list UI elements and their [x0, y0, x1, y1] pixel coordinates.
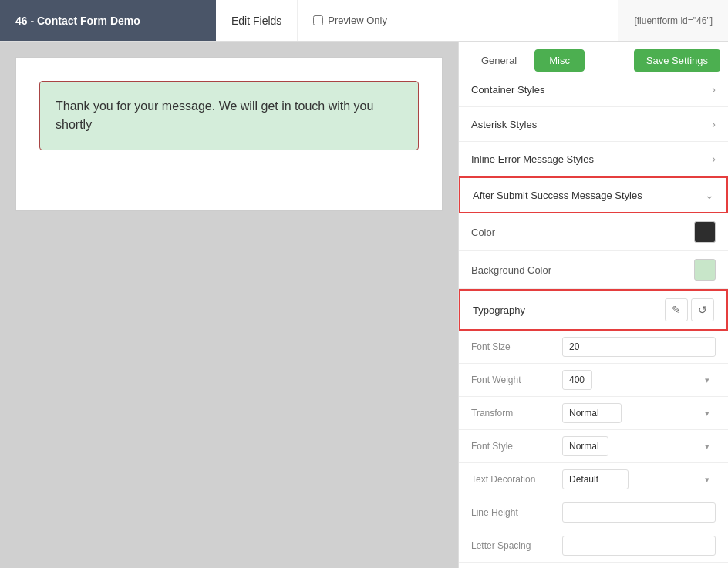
- asterisk-styles-row[interactable]: Asterisk Styles ›: [459, 107, 728, 142]
- inline-error-styles-chevron: ›: [712, 153, 716, 165]
- container-styles-label: Container Styles: [471, 84, 544, 96]
- preview-only-checkbox[interactable]: [313, 15, 323, 25]
- right-panel: General Misc Save Settings Container Sty…: [458, 42, 728, 568]
- transform-label: Transform: [471, 408, 556, 418]
- asterisk-styles-label: Asterisk Styles: [471, 119, 537, 130]
- panel-tabs: General Misc Save Settings: [459, 42, 728, 72]
- asterisk-styles-chevron: ›: [712, 118, 716, 130]
- bg-color-label: Background Color: [471, 264, 551, 276]
- text-decoration-select[interactable]: Default None Underline Line-through: [562, 469, 629, 489]
- color-row: Color: [459, 213, 728, 251]
- after-submit-success-chevron: ⌄: [705, 189, 714, 201]
- tab-general[interactable]: General: [467, 49, 531, 72]
- font-weight-select-wrapper: 400 300 500 600 700: [562, 370, 716, 390]
- font-size-row: Font Size: [459, 331, 728, 364]
- typography-edit-btn[interactable]: ✎: [665, 298, 688, 321]
- font-size-input[interactable]: [562, 337, 716, 357]
- shortcode-display: [fluentform id="46"]: [618, 0, 728, 41]
- left-panel: Thank you for your message. We will get …: [0, 42, 458, 568]
- container-styles-chevron: ›: [712, 83, 716, 96]
- text-decoration-row: Text Decoration Default None Underline L…: [459, 463, 728, 496]
- preview-only-toggle[interactable]: Preview Only: [298, 15, 618, 26]
- font-weight-select[interactable]: 400 300 500 600 700: [562, 370, 592, 390]
- edit-fields-tab[interactable]: Edit Fields: [216, 0, 298, 41]
- transform-select-wrapper: Normal Uppercase Lowercase Capitalize: [562, 403, 716, 423]
- success-message-text: Thank you for your message. We will get …: [56, 97, 403, 134]
- bg-color-row: Background Color: [459, 251, 728, 289]
- font-style-select-wrapper: Normal Italic Oblique: [562, 436, 716, 456]
- transform-row: Transform Normal Uppercase Lowercase Cap…: [459, 397, 728, 430]
- inline-error-styles-label: Inline Error Message Styles: [471, 153, 594, 165]
- topbar: 46 - Contact Form Demo Edit Fields Previ…: [0, 0, 728, 42]
- text-decoration-select-wrapper: Default None Underline Line-through: [562, 469, 716, 489]
- font-weight-row: Font Weight 400 300 500 600 700: [459, 364, 728, 397]
- typography-row: Typography ✎ ↺: [459, 289, 728, 331]
- typography-reset-btn[interactable]: ↺: [691, 298, 714, 321]
- color-swatch[interactable]: [694, 221, 716, 243]
- panel-content: Container Styles › Asterisk Styles › Inl…: [459, 72, 728, 568]
- form-preview: Thank you for your message. We will get …: [15, 57, 443, 211]
- success-message-box: Thank you for your message. We will get …: [39, 81, 419, 150]
- after-submit-success-row[interactable]: After Submit Success Message Styles ⌄: [459, 176, 728, 213]
- inline-error-styles-row[interactable]: Inline Error Message Styles ›: [459, 142, 728, 176]
- font-style-row: Font Style Normal Italic Oblique: [459, 430, 728, 463]
- color-label: Color: [471, 227, 495, 238]
- letter-spacing-row: Letter Spacing: [459, 529, 728, 563]
- after-submit-success-label: After Submit Success Message Styles: [473, 190, 642, 201]
- font-style-label: Font Style: [471, 441, 556, 452]
- transform-select[interactable]: Normal Uppercase Lowercase Capitalize: [562, 403, 622, 423]
- container-styles-row[interactable]: Container Styles ›: [459, 72, 728, 107]
- bg-color-swatch[interactable]: [694, 259, 716, 281]
- letter-spacing-input[interactable]: [562, 536, 716, 556]
- text-decoration-label: Text Decoration: [471, 474, 556, 485]
- typography-label: Typography: [473, 304, 525, 316]
- main-layout: Thank you for your message. We will get …: [0, 42, 728, 568]
- typography-actions: ✎ ↺: [665, 298, 714, 321]
- font-weight-label: Font Weight: [471, 375, 556, 385]
- font-style-select[interactable]: Normal Italic Oblique: [562, 436, 608, 456]
- tab-misc[interactable]: Misc: [534, 49, 585, 72]
- save-settings-button[interactable]: Save Settings: [634, 49, 720, 72]
- line-height-label: Line Height: [471, 507, 556, 518]
- letter-spacing-label: Letter Spacing: [471, 540, 556, 551]
- line-height-input[interactable]: [562, 502, 716, 523]
- form-title: 46 - Contact Form Demo: [0, 0, 216, 41]
- line-height-row: Line Height: [459, 496, 728, 529]
- font-size-label: Font Size: [471, 341, 556, 352]
